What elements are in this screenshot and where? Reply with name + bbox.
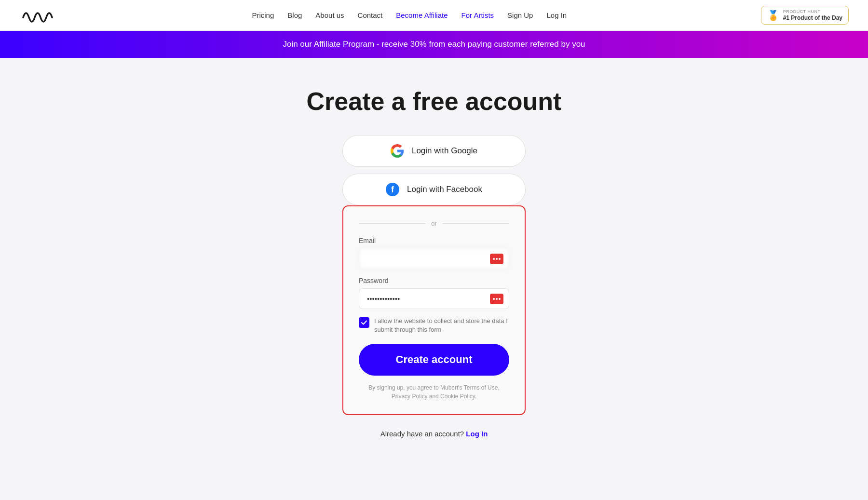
google-login-label: Login with Google [412, 146, 477, 156]
product-hunt-badge[interactable]: 🏅 PRODUCT HUNT #1 Product of the Day [761, 6, 849, 25]
auth-container: Login with Google f Login with Facebook … [342, 135, 526, 438]
email-input[interactable] [359, 248, 509, 269]
login-link[interactable]: Log In [466, 430, 488, 438]
nav-affiliate[interactable]: Become Affiliate [396, 11, 448, 19]
nav-signup[interactable]: Sign Up [507, 11, 533, 19]
main-content: Create a free account Login with Google … [0, 58, 868, 467]
nav-blog[interactable]: Blog [287, 11, 302, 19]
divider-text: or [431, 220, 437, 227]
already-label: Already have an account? [380, 430, 464, 438]
page-title: Create a free account [307, 87, 562, 116]
password-field-group: Password [359, 277, 509, 309]
email-field-group: Email [359, 237, 509, 269]
nav-login[interactable]: Log In [546, 11, 567, 19]
banner-text: Join our Affiliate Program - receive 30%… [283, 40, 585, 49]
email-label: Email [359, 237, 509, 244]
signup-form-wrapper: or Email Password [342, 205, 526, 415]
nav-contact[interactable]: Contact [358, 11, 383, 19]
password-input[interactable] [359, 288, 509, 309]
logo[interactable] [19, 7, 58, 24]
password-label: Password [359, 277, 509, 284]
badge-title: #1 Product of the Day [783, 14, 842, 21]
email-input-icon [490, 254, 503, 264]
badge-label: PRODUCT HUNT [783, 9, 842, 14]
facebook-login-button[interactable]: f Login with Facebook [342, 174, 526, 205]
password-input-wrapper [359, 288, 509, 309]
divider-line-left [359, 223, 425, 224]
nav-links: Pricing Blog About us Contact Become Aff… [252, 11, 567, 20]
navbar: Pricing Blog About us Contact Become Aff… [0, 0, 868, 31]
nav-for-artists[interactable]: For Artists [461, 11, 494, 19]
checkmark-icon [361, 319, 367, 326]
password-input-icon [490, 294, 503, 304]
badge-text: PRODUCT HUNT #1 Product of the Day [783, 9, 842, 21]
google-login-button[interactable]: Login with Google [342, 135, 526, 167]
nav-about[interactable]: About us [315, 11, 344, 19]
medal-icon: 🏅 [767, 10, 779, 21]
email-input-wrapper [359, 248, 509, 269]
affiliate-banner[interactable]: Join our Affiliate Program - receive 30%… [0, 31, 868, 58]
terms-text: By signing up, you agree to Mubert's Ter… [359, 383, 509, 401]
divider-line-right [443, 223, 509, 224]
consent-row: I allow the website to collect and store… [359, 317, 509, 334]
consent-label: I allow the website to collect and store… [374, 317, 509, 334]
create-account-button[interactable]: Create account [359, 344, 509, 376]
divider: or [359, 220, 509, 227]
nav-pricing[interactable]: Pricing [252, 11, 274, 19]
facebook-login-label: Login with Facebook [407, 185, 482, 194]
facebook-icon: f [386, 183, 399, 196]
google-icon [391, 144, 404, 158]
terms-content: By signing up, you agree to Mubert's Ter… [368, 384, 500, 400]
social-buttons: Login with Google f Login with Facebook [342, 135, 526, 205]
already-account-text: Already have an account? Log In [380, 430, 488, 438]
consent-checkbox[interactable] [359, 317, 369, 328]
